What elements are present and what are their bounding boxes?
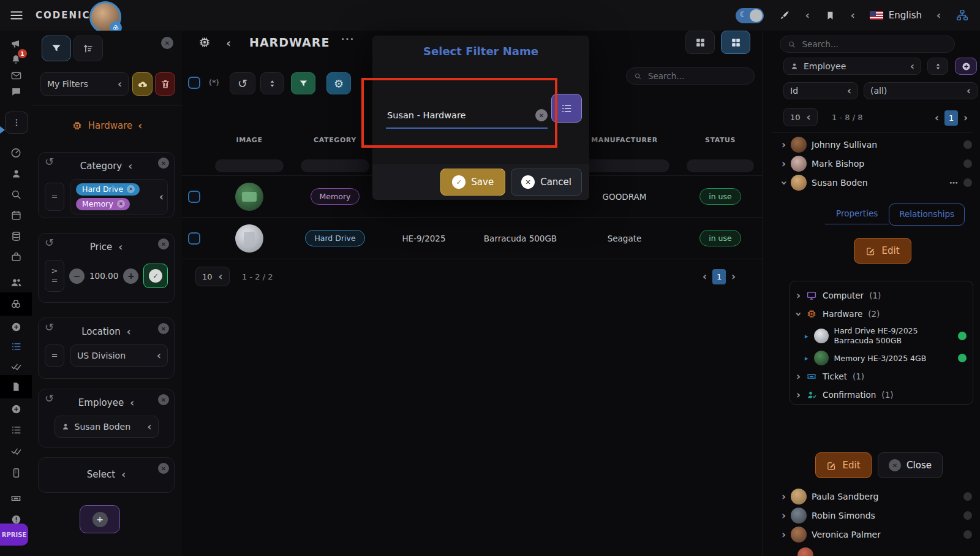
search-rail-icon[interactable] bbox=[0, 185, 32, 204]
prev-page-icon[interactable]: ‹ bbox=[703, 272, 707, 282]
title-menu-dots[interactable]: ... bbox=[341, 32, 355, 42]
delete-filter-button[interactable] bbox=[155, 72, 175, 96]
expand-chevron[interactable]: › bbox=[782, 140, 786, 150]
dark-mode-toggle[interactable]: ☾ bbox=[736, 8, 764, 23]
remove-filter-icon[interactable]: ✕ bbox=[158, 238, 169, 249]
sort-direction-button[interactable] bbox=[927, 58, 948, 75]
column-filter-input[interactable] bbox=[687, 159, 754, 172]
add-circle-2-icon[interactable] bbox=[0, 400, 32, 418]
reset-filter-icon[interactable]: ↺ bbox=[45, 321, 54, 333]
chevron-left-icon[interactable]: ‹ bbox=[138, 121, 142, 131]
add-circle-icon[interactable] bbox=[0, 318, 32, 336]
caret-icon[interactable]: ▸ bbox=[805, 332, 809, 340]
edit-relationships-button[interactable]: Edit bbox=[854, 238, 911, 264]
ticket-rail-icon[interactable] bbox=[0, 489, 32, 508]
filters-tab[interactable] bbox=[42, 36, 71, 61]
table-search-input[interactable] bbox=[647, 70, 747, 82]
chevron-left-icon[interactable]: ‹ bbox=[130, 398, 134, 408]
remove-chip-icon[interactable]: ✕ bbox=[117, 200, 125, 208]
remove-filter-icon[interactable]: ✕ bbox=[158, 463, 169, 474]
add-filter-button[interactable]: + bbox=[80, 505, 120, 533]
operator-box[interactable]: = bbox=[45, 345, 64, 367]
entity-select[interactable]: Employee ‹ bbox=[783, 58, 921, 75]
more-options-kebab-icon[interactable] bbox=[5, 112, 28, 134]
next-page-icon[interactable]: › bbox=[731, 272, 736, 282]
dashboard-gauge-icon[interactable] bbox=[0, 143, 32, 162]
chevron-left-icon[interactable]: ‹ bbox=[118, 242, 123, 253]
row-checkbox[interactable] bbox=[188, 191, 200, 203]
grid-view-button[interactable] bbox=[685, 31, 715, 54]
employee-list-item[interactable]: › Veronica Palmer bbox=[782, 526, 972, 543]
bookmark-icon[interactable] bbox=[824, 10, 836, 21]
language-selector[interactable]: English bbox=[870, 10, 922, 21]
column-filter-input[interactable] bbox=[301, 159, 369, 172]
employee-list-item[interactable]: › Robin Simonds bbox=[782, 507, 972, 524]
decrease-price-button[interactable]: − bbox=[69, 268, 85, 284]
employee-value-select[interactable]: Susan Boden ‹ bbox=[55, 416, 159, 438]
briefcase-icon[interactable] bbox=[0, 248, 32, 266]
page-size-select[interactable]: 10 ‹ bbox=[195, 267, 230, 286]
user-avatar[interactable] bbox=[89, 1, 121, 33]
reset-filter-icon[interactable]: ↺ bbox=[45, 392, 54, 405]
col-header-status[interactable]: STATUS bbox=[678, 136, 763, 144]
bookmark-collapse-chevron[interactable]: ‹ bbox=[851, 10, 855, 21]
chat-icon[interactable] bbox=[0, 82, 32, 101]
category-chip-list[interactable]: Hard Drive✕ Memory✕ ‹ bbox=[70, 179, 168, 215]
tab-relationships[interactable]: Relationships bbox=[889, 204, 965, 226]
hard-drive-product-image[interactable] bbox=[235, 224, 263, 253]
sitemap-icon[interactable] bbox=[956, 9, 969, 22]
panel-page-size-select[interactable]: 10 ‹ bbox=[783, 108, 818, 126]
assets-blend-icon[interactable] bbox=[0, 292, 32, 316]
chevron-left-icon[interactable]: ‹ bbox=[127, 327, 131, 337]
row-checkbox[interactable] bbox=[188, 232, 200, 245]
apply-price-button[interactable]: ✓ bbox=[143, 264, 168, 288]
list-blue-icon[interactable] bbox=[0, 337, 32, 356]
employee-list-item[interactable]: › Paula Sandberg bbox=[782, 488, 972, 505]
table-search[interactable] bbox=[626, 67, 755, 85]
tree-node-confirmation[interactable]: › Confirmation(1) bbox=[796, 386, 967, 404]
tree-node-ticket[interactable]: › Ticket(1) bbox=[796, 367, 967, 386]
expand-chevron[interactable]: › bbox=[796, 291, 801, 301]
expand-chevron[interactable]: › bbox=[782, 530, 786, 540]
expand-chevron[interactable]: › bbox=[796, 390, 801, 400]
col-header-image[interactable]: IMAGE bbox=[206, 136, 292, 144]
expand-chevron[interactable]: › bbox=[782, 492, 786, 502]
language-collapse-chevron[interactable]: ‹ bbox=[937, 10, 941, 21]
employee-search[interactable] bbox=[780, 36, 955, 53]
employee-list-item[interactable]: › Johnny Sullivan bbox=[782, 136, 972, 153]
employee-list-item[interactable]: › Mark Bishop bbox=[782, 155, 972, 172]
my-filters-select[interactable]: My Filters ‹ bbox=[40, 72, 129, 96]
collapse-chevron[interactable]: ‹ bbox=[778, 180, 789, 185]
save-button[interactable]: ✓ Save bbox=[440, 169, 505, 196]
employee-list-item-expanded[interactable]: ‹ Susan Boden ⋯ bbox=[782, 174, 972, 191]
remove-filter-icon[interactable]: ✕ bbox=[158, 394, 169, 405]
reset-filter-icon[interactable]: ↺ bbox=[45, 155, 54, 168]
users-group-icon[interactable] bbox=[0, 273, 32, 291]
expand-chevron[interactable]: › bbox=[782, 511, 786, 521]
double-check-icon[interactable] bbox=[0, 357, 32, 375]
close-details-button[interactable]: ✕ Close bbox=[878, 452, 943, 478]
back-chevron[interactable]: ‹ bbox=[226, 37, 231, 49]
memory-product-image[interactable] bbox=[235, 183, 263, 211]
row-menu-dots[interactable]: ⋯ bbox=[949, 178, 959, 188]
current-page[interactable]: 1 bbox=[712, 269, 726, 284]
price-value[interactable]: 100.00 bbox=[89, 271, 118, 281]
increase-price-button[interactable]: + bbox=[123, 268, 138, 284]
caret-icon[interactable]: ▸ bbox=[805, 354, 809, 362]
settings-button[interactable]: ⚙ bbox=[326, 72, 351, 94]
operator-box[interactable]: > = bbox=[45, 260, 64, 292]
column-filter-input[interactable] bbox=[215, 159, 284, 172]
tree-node-hardware[interactable]: › Hardware(2) bbox=[796, 305, 967, 323]
save-filter-cloud-button[interactable] bbox=[132, 72, 153, 96]
expand-chevron[interactable]: › bbox=[796, 371, 801, 382]
tree-leaf-hard-drive[interactable]: ▸ Hard Drive HE-9/2025 Barracuda 500GB bbox=[796, 323, 967, 349]
chevron-left-icon[interactable]: ‹ bbox=[121, 470, 126, 480]
prev-page-icon[interactable]: ‹ bbox=[935, 113, 939, 123]
edit-employee-button[interactable]: Edit bbox=[815, 452, 872, 478]
tree-leaf-memory[interactable]: ▸ Memory HE-3/2025 4GB bbox=[796, 349, 967, 367]
employee-icon[interactable] bbox=[0, 164, 32, 183]
remove-filter-icon[interactable]: ✕ bbox=[158, 323, 169, 334]
double-check-2-icon[interactable] bbox=[0, 441, 32, 460]
category-chip[interactable]: Memory✕ bbox=[76, 198, 130, 210]
current-page[interactable]: 1 bbox=[944, 110, 958, 126]
